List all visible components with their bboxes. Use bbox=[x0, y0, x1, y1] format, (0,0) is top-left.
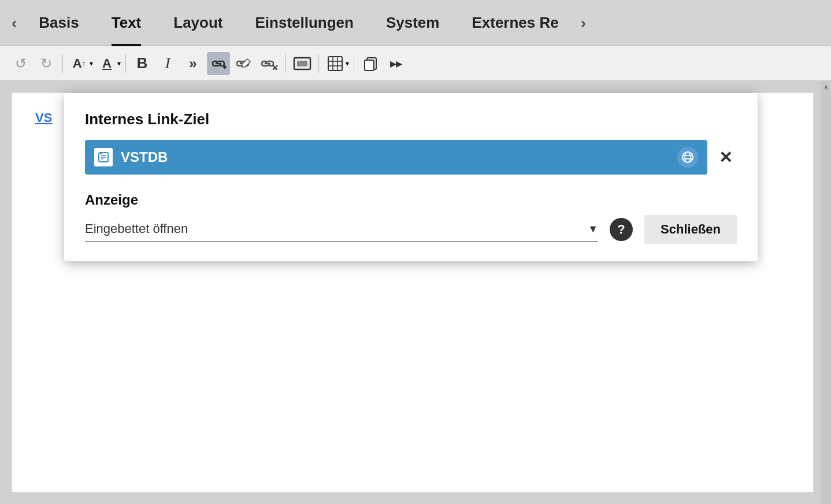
svg-rect-15 bbox=[365, 60, 374, 71]
editor-link-text: VS bbox=[35, 110, 52, 125]
table-group: ▾ bbox=[324, 52, 349, 75]
quote-button[interactable]: » bbox=[181, 52, 205, 75]
tab-externes-re[interactable]: Externes Re bbox=[455, 0, 574, 46]
link-add-button[interactable] bbox=[207, 52, 230, 75]
text-color-button[interactable]: A bbox=[95, 52, 118, 75]
separator-2 bbox=[125, 54, 126, 73]
link-target-row: VSTDB ✕ bbox=[85, 140, 737, 175]
tab-system[interactable]: System bbox=[370, 0, 456, 46]
tab-einstellungen[interactable]: Einstellungen bbox=[239, 0, 369, 46]
help-button[interactable]: ? bbox=[610, 218, 633, 241]
separator-4 bbox=[318, 54, 319, 73]
scrollbar-right: ∧ bbox=[821, 81, 831, 504]
separator-1 bbox=[62, 54, 63, 73]
tab-basis[interactable]: Basis bbox=[23, 0, 95, 46]
editor-area[interactable]: VS Internes Link-Ziel VSTD bbox=[12, 92, 814, 492]
text-color-group: A ▾ bbox=[95, 52, 121, 75]
link-edit-button[interactable] bbox=[232, 52, 255, 75]
tab-bar: ‹ Basis Text Layout Einstellungen System… bbox=[0, 0, 831, 46]
font-size-group: A↑ ▾ bbox=[68, 52, 93, 75]
link-remove-button[interactable] bbox=[258, 52, 281, 75]
tab-prev-arrow[interactable]: ‹ bbox=[6, 14, 23, 32]
font-size-button[interactable]: A↑ bbox=[68, 52, 91, 75]
tab-layout[interactable]: Layout bbox=[157, 0, 239, 46]
copy-button[interactable] bbox=[359, 52, 382, 75]
bold-button[interactable]: B bbox=[131, 52, 154, 75]
close-button[interactable]: Schließen bbox=[644, 215, 737, 244]
toolbar: ↺ ↻ A↑ ▾ A ▾ B I » bbox=[0, 46, 831, 81]
anzeige-dropdown-arrow: ▼ bbox=[588, 223, 598, 235]
link-type-icon bbox=[94, 148, 113, 166]
italic-button[interactable]: I bbox=[156, 52, 179, 75]
media-button[interactable] bbox=[291, 52, 314, 75]
svg-rect-9 bbox=[328, 57, 342, 71]
tab-next-arrow[interactable]: › bbox=[575, 14, 592, 32]
tab-text[interactable]: Text bbox=[95, 0, 158, 46]
anzeige-select[interactable]: Eingebettet öffnen ▼ bbox=[85, 217, 598, 242]
internal-link-dialog: Internes Link-Ziel VSTDB bbox=[64, 93, 758, 261]
separator-3 bbox=[285, 54, 286, 73]
svg-point-20 bbox=[682, 152, 693, 162]
link-target-text: VSTDB bbox=[121, 149, 669, 165]
dialog-title: Internes Link-Ziel bbox=[85, 110, 737, 128]
svg-point-21 bbox=[685, 152, 691, 162]
main-content: VS Internes Link-Ziel VSTD bbox=[0, 81, 831, 504]
link-target-input[interactable]: VSTDB bbox=[85, 140, 707, 175]
anzeige-row: Eingebettet öffnen ▼ ? Schließen bbox=[85, 215, 737, 244]
separator-5 bbox=[354, 54, 354, 73]
scrollbar-up-arrow[interactable]: ∧ bbox=[823, 83, 829, 91]
anzeige-selected-value: Eingebettet öffnen bbox=[85, 221, 188, 236]
more-button[interactable]: ▸▸ bbox=[384, 52, 407, 75]
link-globe-icon bbox=[677, 147, 698, 168]
anzeige-label: Anzeige bbox=[85, 192, 737, 208]
undo-button[interactable]: ↺ bbox=[9, 52, 32, 75]
link-clear-button[interactable]: ✕ bbox=[714, 146, 737, 169]
table-button[interactable] bbox=[324, 52, 347, 75]
redo-button[interactable]: ↻ bbox=[35, 52, 58, 75]
tab-navigation: ‹ Basis Text Layout Einstellungen System… bbox=[6, 0, 825, 46]
svg-rect-8 bbox=[297, 61, 307, 66]
